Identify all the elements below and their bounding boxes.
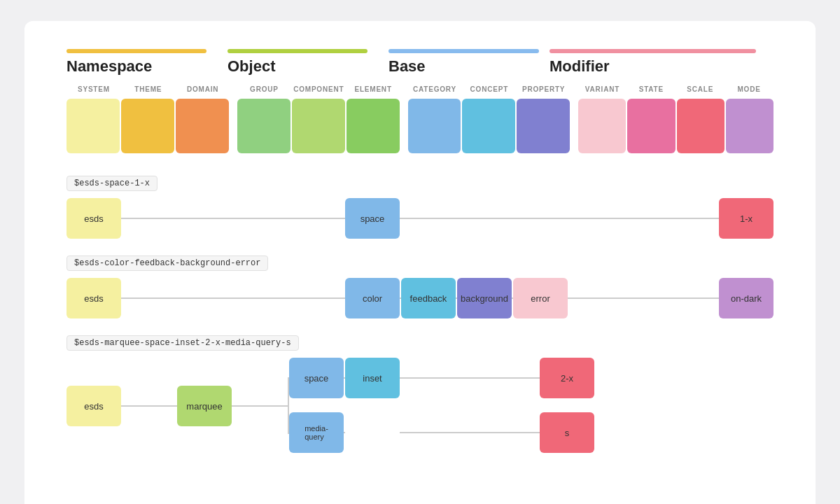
swatch-domain — [176, 99, 229, 153]
token2-label: $esds-color-feedback-background-error — [66, 255, 268, 271]
columns-row: SYSTEM THEME DOMAIN GROUP COMPONENT ELEM… — [66, 85, 774, 93]
swatch-group — [237, 99, 290, 153]
token3-scale-box1: 2-x — [540, 358, 594, 398]
token3-line-ob — [232, 405, 288, 407]
token1-row: esds space 1-x — [66, 198, 774, 239]
base-header: Base — [388, 49, 550, 76]
token3-cat-box1: space — [289, 358, 344, 398]
swatch-state — [627, 99, 675, 153]
token3-obj-col: marquee — [177, 358, 232, 454]
col-scale: SCALE — [676, 85, 724, 93]
token2-ns-box: esds — [66, 278, 121, 318]
swatch-variant — [578, 99, 626, 153]
token3-ns-box: esds — [66, 386, 121, 426]
token2-line3 — [568, 298, 719, 299]
token3-cat-box2: media-query — [289, 412, 344, 453]
swatch-category — [408, 99, 461, 153]
token3-h2b — [344, 432, 345, 433]
object-header: Object — [227, 49, 388, 76]
object-bar — [227, 49, 368, 53]
token3-row: esds marquee space — [66, 358, 774, 454]
col-theme: THEME — [121, 85, 176, 93]
base-title: Base — [388, 57, 426, 76]
main-card: Namespace Object Base Modifier SYSTEM TH… — [24, 21, 816, 504]
token1-line1 — [121, 218, 345, 219]
token3-section: $esds-marquee-space-inset-2-x-media-quer… — [66, 335, 774, 454]
token3-base-row2: media-query s — [288, 412, 594, 453]
token3-line-ns-obj — [121, 358, 177, 454]
token1-label: $esds-space-1-x — [66, 176, 158, 191]
col-variant: VARIANT — [578, 85, 627, 93]
token3-line-mod2 — [400, 432, 540, 433]
token3-label: $esds-marquee-space-inset-2-x-media-quer… — [66, 335, 299, 351]
swatch-scale — [677, 99, 724, 153]
token3-base-row1: space inset 2-x — [288, 358, 594, 398]
namespace-header: Namespace — [66, 49, 227, 76]
token3-line-ns — [121, 405, 177, 407]
token3-base-col: space inset 2-x media-query — [288, 358, 594, 453]
token2-variant-box: error — [513, 278, 568, 318]
swatch-element — [346, 99, 400, 153]
col-system: SYSTEM — [66, 85, 121, 93]
token2-mode-box: on-dark — [719, 278, 774, 318]
token2-row: esds color feedback background error on-… — [66, 278, 774, 318]
modifier-header: Modifier — [550, 49, 763, 76]
swatch-property — [517, 99, 570, 153]
swatch-mode — [726, 99, 774, 153]
token1-section: $esds-space-1-x esds space 1-x — [66, 176, 774, 239]
base-bar — [388, 49, 539, 53]
token3-ns-col: esds — [66, 358, 121, 454]
token3-con-box1: inset — [345, 358, 400, 398]
token3-scale-box2: s — [540, 412, 594, 453]
header-section: Namespace Object Base Modifier — [66, 49, 774, 76]
swatch-component — [292, 99, 345, 153]
col-concept: CONCEPT — [462, 85, 517, 93]
token1-scale-box: 1-x — [719, 198, 774, 239]
col-mode: MODE — [724, 85, 774, 93]
token3-component-box: marquee — [177, 386, 232, 426]
token3-line-obj-base — [232, 358, 288, 454]
token1-ns-box: esds — [66, 198, 121, 239]
token2-concept-box: feedback — [401, 278, 456, 318]
modifier-title: Modifier — [550, 57, 610, 76]
token2-line1 — [121, 298, 345, 299]
col-domain: DOMAIN — [176, 85, 230, 93]
col-state: STATE — [626, 85, 676, 93]
object-title: Object — [227, 57, 275, 76]
token1-line2 — [400, 218, 719, 219]
token2-category-box: color — [345, 278, 400, 318]
swatches-row — [66, 99, 774, 153]
namespace-title: Namespace — [66, 57, 152, 76]
token3-line-mod1 — [400, 377, 540, 379]
swatch-system — [66, 99, 120, 153]
col-group: GROUP — [237, 85, 292, 93]
namespace-bar — [66, 49, 206, 53]
token2-property-box: background — [457, 278, 512, 318]
modifier-bar — [550, 49, 756, 53]
swatch-concept — [462, 99, 515, 153]
col-element: ELEMENT — [346, 85, 400, 93]
token1-category-box: space — [345, 198, 400, 239]
token2-section: $esds-color-feedback-background-error es… — [66, 255, 774, 318]
col-property: PROPERTY — [517, 85, 571, 93]
col-category: CATEGORY — [407, 85, 462, 93]
col-component: COMPONENT — [291, 85, 346, 93]
swatch-theme — [121, 99, 174, 153]
